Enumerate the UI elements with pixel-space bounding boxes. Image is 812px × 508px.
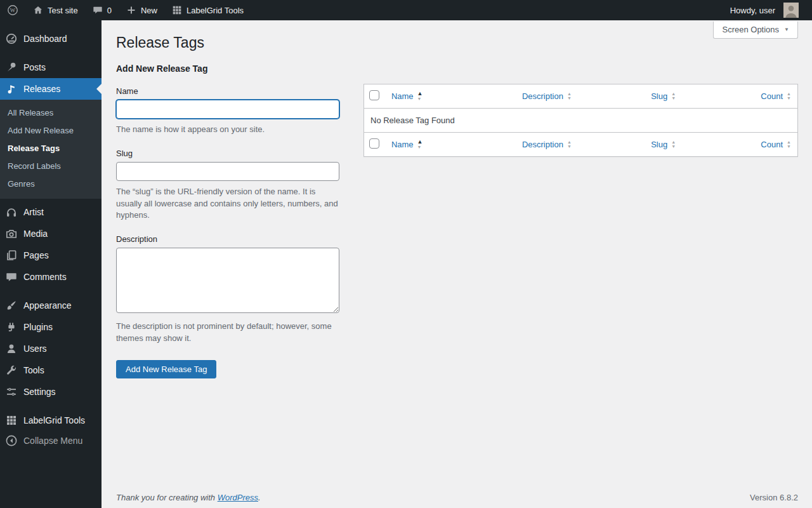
- version-label: Version 6.8.2: [750, 493, 798, 502]
- sidebar-item-pages[interactable]: Pages: [0, 244, 102, 266]
- sidebar-item-plugins[interactable]: Plugins: [0, 316, 102, 338]
- pages-icon: [5, 249, 18, 262]
- column-footer-description[interactable]: Description ▲▼: [522, 140, 572, 149]
- collapse-arrow-icon: [5, 434, 18, 447]
- sliders-icon: [5, 385, 18, 398]
- home-icon: [32, 4, 44, 16]
- svg-text:W: W: [10, 7, 16, 13]
- pushpin-icon: [5, 61, 18, 74]
- labelgrid-tools-label: LabelGrid Tools: [187, 6, 244, 15]
- select-all-checkbox-footer[interactable]: [369, 138, 379, 149]
- wordpress-logo-icon: W: [7, 4, 18, 16]
- description-textarea[interactable]: [116, 248, 339, 313]
- account-menu[interactable]: Howdy, user: [723, 3, 812, 18]
- plug-icon: [5, 321, 18, 333]
- footer-thanks-text: Thank you for creating with: [116, 493, 215, 502]
- sidebar-item-label: Collapse Menu: [23, 436, 82, 446]
- slug-help-text: The “slug” is the URL-friendly version o…: [116, 186, 339, 222]
- column-header-name[interactable]: Name ▲▼: [391, 91, 423, 101]
- sort-icons: ▲▼: [567, 140, 572, 149]
- sidebar-item-artist[interactable]: Artist: [0, 201, 102, 223]
- music-note-icon: [5, 83, 18, 95]
- sidebar-item-settings[interactable]: Settings: [0, 381, 102, 403]
- headphones-icon: [5, 206, 18, 218]
- sidebar-item-posts[interactable]: Posts: [0, 57, 102, 78]
- name-input[interactable]: [116, 100, 339, 119]
- sidebar-item-label: Plugins: [23, 322, 53, 332]
- sidebar-item-tools[interactable]: Tools: [0, 359, 102, 381]
- dashboard-icon: [5, 32, 18, 45]
- sidebar-item-users[interactable]: Users: [0, 338, 102, 359]
- slug-label: Slug: [116, 149, 339, 158]
- submenu-item-genres[interactable]: Genres: [0, 175, 102, 193]
- description-label: Description: [116, 234, 339, 244]
- release-tags-table: Name ▲▼ Description ▲▼ S: [363, 84, 798, 157]
- column-footer-count[interactable]: Count ▲▼: [761, 140, 791, 149]
- footer-period: .: [258, 493, 261, 502]
- sidebar-item-labelgrid-tools[interactable]: LabelGrid Tools: [0, 410, 102, 431]
- page-title: Release Tags: [116, 20, 798, 53]
- column-label: Description: [522, 91, 563, 101]
- description-help-text: The description is not prominent by defa…: [116, 321, 339, 345]
- grid-icon: [5, 414, 18, 427]
- column-footer-name[interactable]: Name ▲▼: [391, 139, 423, 149]
- chevron-down-icon: ▼: [784, 27, 789, 32]
- sidebar-item-label: Comments: [23, 272, 67, 282]
- add-new-release-tag-button[interactable]: Add New Release Tag: [116, 360, 216, 378]
- camera-icon: [5, 227, 18, 240]
- add-tag-form: Add New Release Tag Name The name is how…: [116, 64, 339, 378]
- sort-icons: ▲▼: [567, 91, 572, 100]
- comment-count: 0: [107, 6, 112, 15]
- sidebar-item-releases[interactable]: Releases: [0, 78, 102, 100]
- sidebar-item-label: Settings: [23, 387, 56, 397]
- menu-separator: [0, 50, 102, 57]
- name-help-text: The name is how it appears on your site.: [116, 124, 339, 136]
- submenu-item-add-new-release[interactable]: Add New Release: [0, 122, 102, 140]
- sidebar-item-collapse-menu[interactable]: Collapse Menu: [0, 430, 102, 451]
- submenu-item-all-releases[interactable]: All Releases: [0, 104, 102, 122]
- sidebar-item-comments[interactable]: Comments: [0, 266, 102, 288]
- sort-icons: ▲▼: [417, 91, 423, 101]
- site-name-menu[interactable]: Test site: [25, 0, 85, 20]
- column-footer-slug[interactable]: Slug ▲▼: [651, 140, 676, 149]
- empty-row: No Release Tag Found: [364, 109, 797, 132]
- menu-separator: [0, 403, 102, 410]
- site-name-label: Test site: [48, 6, 78, 15]
- name-label: Name: [116, 86, 339, 96]
- comments-menu[interactable]: 0: [85, 0, 119, 20]
- column-header-description[interactable]: Description ▲▼: [522, 91, 572, 101]
- new-content-menu[interactable]: New: [119, 0, 164, 20]
- sidebar-item-dashboard[interactable]: Dashboard: [0, 28, 102, 50]
- wrench-icon: [5, 364, 18, 377]
- submenu-item-record-labels[interactable]: Record Labels: [0, 157, 102, 175]
- sidebar-item-label: Pages: [23, 250, 49, 260]
- admin-bar: W Test site 0 New LabelGrid Tools Howdy,…: [0, 0, 812, 20]
- submenu-item-release-tags[interactable]: Release Tags: [0, 140, 102, 157]
- sidebar-item-media[interactable]: Media: [0, 223, 102, 244]
- screen-options-button[interactable]: Screen Options ▼: [713, 22, 798, 39]
- howdy-label: Howdy, user: [730, 6, 775, 15]
- select-all-checkbox[interactable]: [369, 90, 379, 100]
- sidebar-item-label: Artist: [23, 207, 44, 217]
- labelgrid-tools-menu[interactable]: LabelGrid Tools: [164, 0, 251, 20]
- slug-input[interactable]: [116, 162, 339, 181]
- paintbrush-icon: [5, 299, 18, 312]
- sidebar-item-appearance[interactable]: Appearance: [0, 295, 102, 316]
- admin-sidebar: Dashboard Posts Releases All Releases Ad…: [0, 20, 102, 508]
- column-header-count[interactable]: Count ▲▼: [761, 91, 791, 101]
- column-label: Description: [522, 140, 563, 149]
- column-label: Name: [391, 140, 414, 149]
- sort-icons: ▲▼: [787, 91, 791, 100]
- column-label: Count: [761, 140, 783, 149]
- new-label: New: [141, 6, 157, 15]
- sidebar-item-label: Dashboard: [23, 34, 67, 44]
- column-label: Slug: [651, 140, 667, 149]
- wordpress-link[interactable]: WordPress: [218, 493, 258, 502]
- wordpress-logo-menu[interactable]: W: [0, 0, 25, 20]
- column-header-slug[interactable]: Slug ▲▼: [651, 91, 676, 101]
- form-heading: Add New Release Tag: [116, 64, 339, 74]
- avatar: [783, 3, 799, 18]
- sort-icons: ▲▼: [787, 140, 791, 149]
- user-icon: [5, 342, 18, 355]
- sidebar-item-label: Tools: [23, 365, 44, 375]
